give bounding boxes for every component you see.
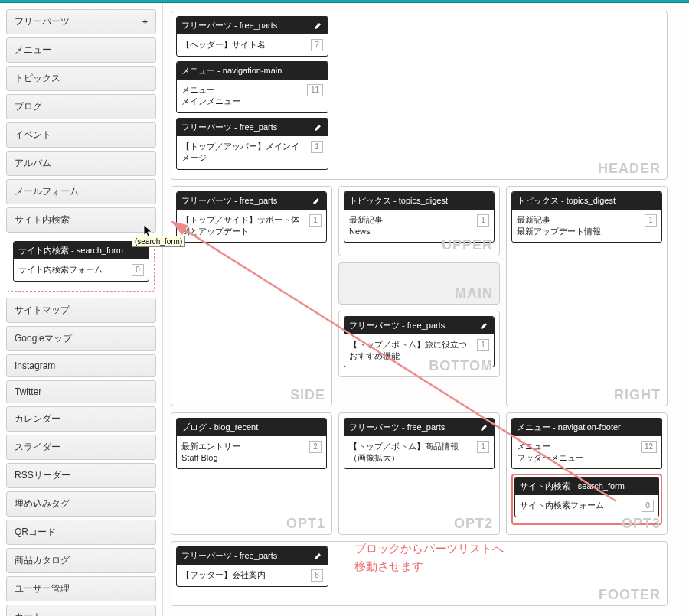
layout-block[interactable]: フリーパーツ - free_parts【フッター】会社案内8 xyxy=(176,546,328,587)
layout-block[interactable]: フリーパーツ - free_parts【ヘッダー】サイト名7 xyxy=(176,16,328,57)
zone-header[interactable]: フリーパーツ - free_parts【ヘッダー】サイト名7メニュー - nav… xyxy=(171,11,668,180)
layout-block[interactable]: フリーパーツ - free_parts【トップ／ボトム】商品情報（画像拡大）1 xyxy=(344,418,495,470)
sidebar-item-label: サイト内検索 xyxy=(15,213,70,227)
sidebar-item-label: 埋め込みタグ xyxy=(15,497,70,510)
sidebar-item-label: トピックス xyxy=(15,72,60,85)
block-head-label: メニュー - navigation-main xyxy=(181,65,282,77)
sidebar-item-label: カレンダー xyxy=(15,412,60,425)
layout-block[interactable]: フリーパーツ - free_parts【トップ／サイド】サポート体制とアップデー… xyxy=(176,191,327,243)
pencil-icon[interactable] xyxy=(312,550,323,561)
block-body-text: サイト内検索フォーム xyxy=(520,500,604,512)
layout-block[interactable]: サイト内検索 - search_formサイト内検索フォーム0 xyxy=(514,477,659,517)
sidebar-item-7[interactable]: サイト内検索 xyxy=(6,207,156,233)
sidebar-item-13[interactable]: スライダー xyxy=(6,435,156,460)
sidebar-item-label: アルバム xyxy=(15,157,51,170)
sidebar-item-label: イベント xyxy=(15,129,51,142)
zone-label-opt1: OPT1 xyxy=(286,516,325,532)
sidebar-item-12[interactable]: カレンダー xyxy=(6,406,156,432)
block-count: 2 xyxy=(309,441,322,453)
zone-label-header: HEADER xyxy=(598,161,661,177)
sidebar-item-label: メニュー xyxy=(15,44,51,57)
block-head-label: フリーパーツ - free_parts xyxy=(181,195,277,207)
block-count: 8 xyxy=(311,569,323,582)
zone-label-main: MAIN xyxy=(455,285,493,301)
sidebar-item-label: カート xyxy=(15,611,42,616)
sidebar-item-18[interactable]: ユーザー管理 xyxy=(6,576,156,601)
pencil-icon[interactable] xyxy=(312,122,323,132)
block-head-label: トピックス - topics_digest xyxy=(517,195,616,207)
sidebar-item-17[interactable]: 商品カタログ xyxy=(6,548,156,573)
block-body-text: 【トップ／アッパー】メインイメージ xyxy=(181,141,306,165)
block-body-text: 最新記事最新アップデート情報 xyxy=(517,214,601,238)
block-head-label: フリーパーツ - free_parts xyxy=(181,550,277,562)
block-head-label: サイト内検索 - search_form xyxy=(520,481,625,492)
block-body-text: メニューフッターメニュー xyxy=(517,441,584,464)
sidebar-item-label: Twitter xyxy=(15,386,41,397)
pencil-icon[interactable] xyxy=(312,21,323,31)
zone-opt3[interactable]: メニュー - navigation-footerメニューフッターメニュー12サイ… xyxy=(506,412,668,535)
sidebar-item-8[interactable]: サイトマップ xyxy=(6,298,156,323)
block-body-text: 【フッター】会社案内 xyxy=(181,569,266,582)
layout-canvas: フリーパーツ - free_parts【ヘッダー】サイト名7メニュー - nav… xyxy=(163,3,689,616)
sidebar-item-14[interactable]: RSSリーダー xyxy=(6,463,156,488)
block-count: 1 xyxy=(477,441,489,453)
sidebar-item-label: スライダー xyxy=(15,441,60,454)
zone-side[interactable]: フリーパーツ - free_parts【トップ／サイド】サポート体制とアップデー… xyxy=(171,186,332,406)
sidebar-item-15[interactable]: 埋め込みタグ xyxy=(6,491,156,517)
pencil-icon[interactable] xyxy=(478,422,489,432)
zone-bottom[interactable]: フリーパーツ - free_parts【トップ／ボトム】旅に役立つおすすめ機能1… xyxy=(338,311,500,378)
sidebar-item-19[interactable]: カート xyxy=(6,605,156,616)
layout-block[interactable]: メニュー - navigation-footerメニューフッターメニュー12 xyxy=(511,418,662,470)
sidebar-item-1[interactable]: メニュー xyxy=(6,37,156,63)
sidebar-item-2[interactable]: トピックス xyxy=(6,66,156,91)
block-head-label: ブログ - blog_recent xyxy=(181,422,258,433)
block-body-text: 最新記事News xyxy=(349,214,383,238)
sidebar-item-5[interactable]: アルバム xyxy=(6,151,156,176)
zone-right[interactable]: トピックス - topics_digest最新記事最新アップデート情報1RIGH… xyxy=(506,186,668,406)
block-count: 0 xyxy=(132,264,144,276)
block-count: 1 xyxy=(645,214,657,227)
layout-block[interactable]: メニュー - navigation-mainメニューメインメニュー11 xyxy=(176,61,328,113)
block-count: 1 xyxy=(477,214,489,227)
block-body-text: 【トップ／サイド】サポート体制とアップデート xyxy=(181,214,305,238)
sidebar-item-label: メールフォーム xyxy=(15,185,79,198)
sidebar-item-0[interactable]: フリーパーツ+ xyxy=(6,9,156,34)
layout-block[interactable]: ブログ - blog_recent最新エントリーStaff Blog2 xyxy=(176,418,327,470)
block-head-label: フリーパーツ - free_parts xyxy=(181,122,277,133)
zone-upper[interactable]: トピックス - topics_digest最新記事News1UPPER xyxy=(338,186,500,256)
zone-opt1[interactable]: ブログ - blog_recent最新エントリーStaff Blog2OPT1 xyxy=(171,412,332,535)
zone-label-footer: FOOTER xyxy=(599,587,661,603)
sidebar-item-6[interactable]: メールフォーム xyxy=(6,179,156,204)
drag-tooltip: (search_form) xyxy=(132,236,185,247)
sidebar-item-3[interactable]: ブログ xyxy=(6,94,156,119)
sidebar-item-11[interactable]: Twitter xyxy=(6,380,156,403)
pencil-icon[interactable] xyxy=(478,320,489,331)
pencil-icon[interactable] xyxy=(311,195,322,206)
block-count: 1 xyxy=(311,141,323,153)
sidebar-item-label: Googleマップ xyxy=(15,332,72,345)
sidebar-item-16[interactable]: QRコード xyxy=(6,520,156,545)
sidebar-item-label: ブログ xyxy=(15,100,42,113)
zone-main[interactable]: MAIN xyxy=(338,262,500,305)
layout-block[interactable]: トピックス - topics_digest最新記事最新アップデート情報1 xyxy=(511,191,662,243)
sidebar-item-label: サイトマップ xyxy=(15,304,70,317)
block-head-label: サイト内検索 - search_form xyxy=(18,245,123,256)
sidebar-item-4[interactable]: イベント xyxy=(6,122,156,148)
sidebar-item-10[interactable]: Instagram xyxy=(6,354,156,377)
block-count: 1 xyxy=(309,214,322,227)
block-count: 7 xyxy=(311,39,323,51)
block-body-text: 【トップ／ボトム】商品情報（画像拡大） xyxy=(349,441,472,464)
layout-block[interactable]: フリーパーツ - free_parts【トップ／アッパー】メインイメージ1 xyxy=(176,118,328,170)
block-head-label: トピックス - topics_digest xyxy=(349,195,448,207)
zone-label-upper: UPPER xyxy=(442,237,493,253)
layout-block[interactable]: サイト内検索 - search_formサイト内検索フォーム0 xyxy=(13,241,149,282)
plus-icon[interactable]: + xyxy=(142,17,148,28)
zone-label-right: RIGHT xyxy=(614,387,661,403)
annotation-text: ブロックからパーツリストへ移動させます xyxy=(354,540,504,575)
zone-label-opt3: OPT3 xyxy=(622,516,661,532)
sidebar-item-9[interactable]: Googleマップ xyxy=(6,326,156,351)
zone-opt2[interactable]: フリーパーツ - free_parts【トップ／ボトム】商品情報（画像拡大）1O… xyxy=(338,412,500,535)
sidebar-item-label: 商品カタログ xyxy=(15,554,70,567)
block-body-text: サイト内検索フォーム xyxy=(18,264,103,276)
layout-block[interactable]: トピックス - topics_digest最新記事News1 xyxy=(344,191,495,243)
